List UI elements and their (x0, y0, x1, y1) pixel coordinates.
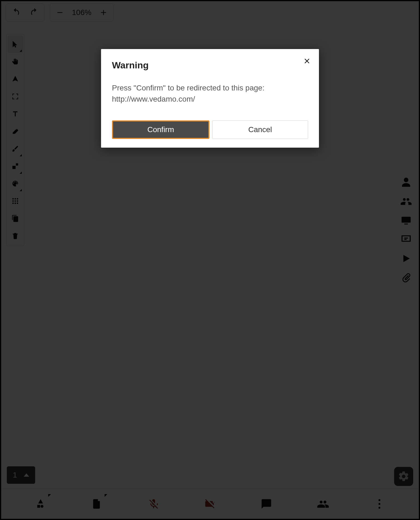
modal-body-line2: http://www.vedamo.com/ (112, 95, 195, 103)
modal-button-row: Confirm Cancel (112, 120, 308, 139)
modal-close-button[interactable] (302, 56, 312, 66)
modal-title: Warning (112, 60, 308, 71)
confirm-button[interactable]: Confirm (112, 120, 209, 139)
warning-modal: Warning Press "Confirm" to be redirected… (101, 49, 319, 148)
cancel-button[interactable]: Cancel (212, 120, 308, 139)
close-icon (303, 57, 311, 65)
modal-body-line1: Press "Confirm" to be redirected to this… (112, 84, 264, 92)
modal-body: Press "Confirm" to be redirected to this… (112, 83, 308, 105)
